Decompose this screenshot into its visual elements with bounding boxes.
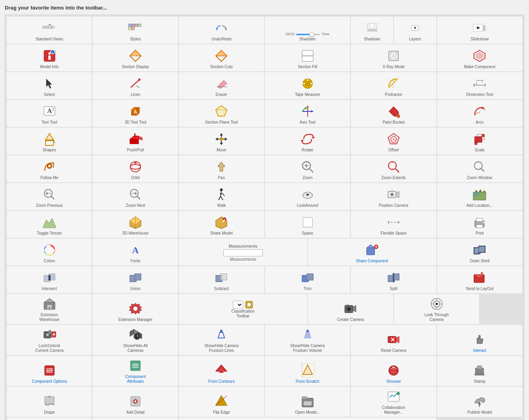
tool-collaboration-manager[interactable]: Collaboration Manager... — [351, 387, 436, 417]
tool-zoom-next[interactable]: Zoom Next — [93, 183, 178, 210]
tool-follow-me[interactable]: Follow Me — [7, 155, 92, 182]
tool-stamp[interactable]: Stamp — [437, 356, 522, 386]
tool-interact[interactable]: Interact — [437, 325, 522, 355]
tool-fonts[interactable]: A Fonts — [93, 239, 178, 265]
tool-make-component[interactable]: Make Component — [437, 44, 522, 71]
svg-marker-150 — [43, 218, 56, 228]
tool-open-model[interactable]: Open Model... — [265, 387, 350, 417]
tool-smoove[interactable]: Smoove — [351, 356, 436, 386]
tool-section-cuts[interactable]: Section Cuts — [179, 44, 264, 71]
tool-import-reference[interactable]: Import Reference Model... — [7, 418, 92, 420]
tool-look-through[interactable]: Look Through Camera — [394, 294, 479, 324]
undo-redo-icon — [214, 21, 228, 35]
tool-union[interactable]: Union — [93, 266, 178, 293]
tool-pushpull[interactable]: Push/Pull — [93, 128, 178, 155]
tool-flexible-space[interactable]: Flexible Space — [351, 211, 436, 238]
tool-colors[interactable]: Colors — [7, 239, 92, 265]
tool-pan[interactable]: Pan — [179, 155, 264, 182]
tool-arcs[interactable]: Arcs — [437, 100, 522, 127]
tool-shapes[interactable]: Shapes — [7, 128, 92, 155]
tool-frustum-lines[interactable]: Show/Hide Camera Frustum Lines — [179, 325, 264, 355]
tool-protractor[interactable]: Protractor — [351, 72, 436, 99]
tool-shadows-icon[interactable]: Shadows — [351, 17, 393, 44]
tool-space[interactable]: Space — [265, 211, 350, 238]
tool-axis[interactable]: Axis Tool — [265, 100, 350, 127]
tool-offset[interactable]: Offset — [351, 128, 436, 155]
tool-trim[interactable]: Trim — [265, 266, 350, 293]
tool-reset-camera[interactable]: Reset Camera — [351, 325, 436, 355]
axis-icon — [301, 104, 315, 118]
eraser-icon — [214, 76, 228, 91]
tool-component-attrs[interactable]: Component Attributes — [93, 356, 178, 386]
offset-icon — [386, 132, 401, 146]
tool-orbit[interactable]: Orbit — [93, 155, 178, 182]
tool-eraser[interactable]: Eraser — [179, 72, 264, 99]
svg-marker-146 — [475, 190, 478, 192]
svg-point-254 — [390, 370, 397, 374]
tool-launch-trimble[interactable]: Launch Trimble Connect... — [93, 418, 178, 420]
tool-flip-edge[interactable]: Flip Edge — [179, 387, 264, 417]
tool-lookaround[interactable]: LookAround — [265, 183, 350, 210]
tool-3d-text[interactable]: A 3D Text Tool — [93, 100, 178, 127]
svg-text:i: i — [52, 51, 53, 54]
tool-toggle-terrain[interactable]: Toggle Terrain — [7, 211, 92, 238]
tool-position-camera[interactable]: Position Camera — [351, 183, 436, 210]
tool-scale[interactable]: Scale — [437, 128, 522, 155]
tool-add-location[interactable]: Add Location... — [437, 183, 522, 210]
tool-split[interactable]: Split — [351, 266, 436, 293]
tool-walk[interactable]: Walk — [179, 183, 264, 210]
tool-from-contours[interactable]: From Contours — [179, 356, 264, 386]
tool-extension-manager[interactable]: Extension Manager — [93, 294, 178, 324]
tool-publish-model[interactable]: Publish Model — [437, 387, 522, 417]
tool-move[interactable]: Move — [179, 128, 264, 155]
tool-undo-redo[interactable]: Undo/Redo — [179, 17, 264, 44]
classification-select[interactable] — [233, 301, 243, 309]
tool-create-camera[interactable]: Create Camera — [308, 294, 393, 324]
tool-styles[interactable]: Styles — [93, 17, 178, 44]
split-label: Split — [390, 286, 397, 291]
tool-outer-shell[interactable]: Outer Shell — [437, 239, 522, 265]
tool-3d-warehouse[interactable]: 3D Warehouse — [93, 211, 178, 238]
tool-select[interactable]: Select — [7, 72, 92, 99]
tool-component-options[interactable]: Component Options — [7, 356, 92, 386]
tool-add-detail[interactable]: Add Detail — [93, 387, 178, 417]
tool-zoom-previous[interactable]: Zoom Previous — [7, 183, 92, 210]
tool-intersect[interactable]: Intersect — [7, 266, 92, 293]
tool-rotate[interactable]: Rotate — [265, 128, 350, 155]
tool-print[interactable]: Print — [437, 211, 522, 238]
tool-send-layout[interactable]: Send to LayOut — [437, 266, 522, 293]
flexible-space-label: Flexible Space — [381, 231, 407, 236]
tool-section-fill[interactable]: Section Fill — [265, 44, 350, 71]
tool-section-plane[interactable]: Section Plane Tool — [179, 100, 264, 127]
tool-from-scratch[interactable]: From Scratch — [265, 356, 350, 386]
tool-zoom[interactable]: Zoom — [265, 155, 350, 182]
tool-lines[interactable]: Lines — [93, 72, 178, 99]
tool-share-component[interactable]: Share Component — [308, 239, 436, 265]
tool-zoom-window[interactable]: Zoom Window — [437, 155, 522, 182]
tool-frustum-volume[interactable]: Show/Hide Camera Frustum Volume — [265, 325, 350, 355]
tool-shadows-slider[interactable]: 05/23 Time Shadows — [265, 17, 350, 44]
tool-subtract[interactable]: Subtract — [179, 266, 264, 293]
svg-marker-140 — [396, 191, 399, 198]
tool-dimension[interactable]: Dimension Tool — [437, 72, 522, 99]
tool-section-display[interactable]: Section Display — [93, 44, 178, 71]
tool-extension-warehouse[interactable]: Extension Warehouse — [7, 294, 92, 324]
follow-me-icon — [42, 160, 57, 174]
tool-show-hide-all[interactable]: Show/Hide All Cameras — [93, 325, 178, 355]
measurements-input[interactable] — [223, 249, 263, 256]
tool-slideshow[interactable]: Slideshow — [437, 17, 522, 44]
tool-standard-views[interactable]: Standard Views — [7, 17, 92, 44]
svg-marker-217 — [130, 329, 134, 336]
tool-text[interactable]: A 1 Text Tool — [7, 100, 92, 127]
tool-layers[interactable]: ▼ Layers — [394, 17, 436, 44]
tool-zoom-extents[interactable]: Zoom Extents — [351, 155, 436, 182]
tool-model-info[interactable]: i Model Info — [7, 44, 92, 71]
tool-paint-bucket[interactable]: Paint Bucket — [351, 100, 436, 127]
tool-lock-unlock[interactable]: Lock/Unlock Current Camera — [7, 325, 92, 355]
tool-measurements[interactable]: Measurements Measurements — [179, 239, 307, 265]
tool-xray-mode[interactable]: X-Ray Mode — [351, 44, 436, 71]
tool-drape[interactable]: Drape — [7, 387, 92, 417]
tool-share-model[interactable]: Share Model — [179, 211, 264, 238]
tool-classification[interactable]: Classification Toolbar — [179, 294, 307, 324]
tool-tape-measure-top[interactable]: Tape Measure — [265, 72, 350, 99]
